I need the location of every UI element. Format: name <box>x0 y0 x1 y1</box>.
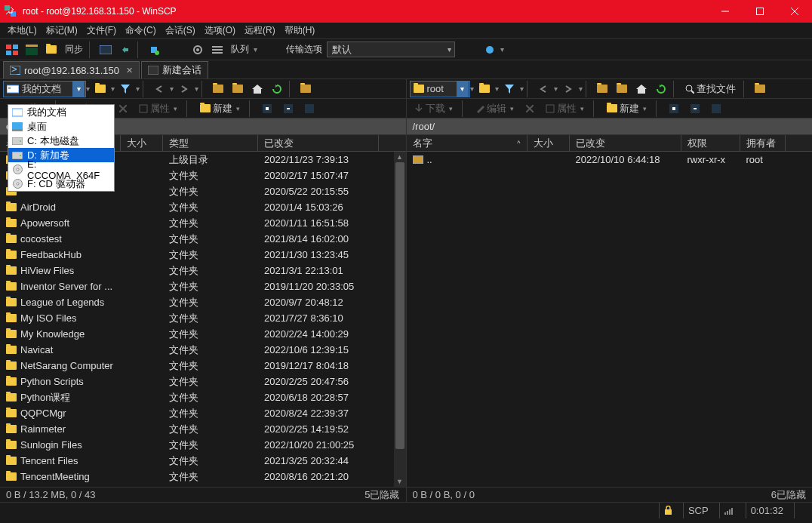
local-col-type[interactable]: 类型 <box>163 135 258 151</box>
dropdown-item[interactable]: 我的文档 <box>8 105 114 119</box>
local-col-size[interactable]: 大小 <box>121 135 163 151</box>
remote-path-bar[interactable]: /root/ <box>407 118 813 135</box>
local-invert-button[interactable] <box>300 100 318 117</box>
local-up-button[interactable] <box>209 81 227 97</box>
remote-dir-combo[interactable]: root ▾ <box>410 81 470 97</box>
file-row[interactable]: Navicat文件夹2022/10/6 12:39:15 <box>0 342 406 358</box>
file-row[interactable]: Python课程文件夹2020/6/18 20:28:57 <box>0 389 406 405</box>
local-open-button[interactable] <box>91 81 109 97</box>
remote-select-all-button[interactable] <box>665 100 683 117</box>
remote-find-button[interactable]: 查找文件 <box>681 81 740 97</box>
local-deselect-button[interactable] <box>279 100 297 117</box>
toolbar-button-7[interactable] <box>481 42 499 58</box>
local-delete-button[interactable] <box>115 100 131 117</box>
remote-home-button[interactable] <box>632 81 651 97</box>
status-lock-icon[interactable] <box>659 503 677 518</box>
file-row[interactable]: ..2022/10/10 6:44:18rwxr-xr-xroot <box>407 152 813 168</box>
remote-col-name[interactable]: 名字^ <box>407 135 527 151</box>
remote-col-date[interactable]: 已改变 <box>570 135 681 151</box>
local-back-button[interactable] <box>150 81 168 97</box>
toolbar-button-5[interactable] <box>116 42 134 58</box>
toolbar-button-3[interactable] <box>42 42 60 58</box>
file-row[interactable]: My ISO Files文件夹2021/7/27 8:36:10 <box>0 310 406 326</box>
sync-label[interactable]: 同步 <box>62 43 86 56</box>
local-new-button[interactable]: 新建▾ <box>195 100 245 117</box>
dropdown-item[interactable]: C: 本地磁盘 <box>8 134 114 148</box>
dropdown-item[interactable]: E: CCCOMA_X64F <box>8 162 114 177</box>
local-refresh-button[interactable] <box>268 81 286 97</box>
local-col-date[interactable]: 已改变 <box>258 135 379 151</box>
local-drive-combo[interactable]: 我的文档 ▾ <box>3 81 86 97</box>
explorer-button[interactable] <box>23 42 41 58</box>
remote-edit-button[interactable]: 编辑▾ <box>471 100 518 117</box>
remote-back-button[interactable] <box>534 81 552 97</box>
remote-root-button[interactable] <box>613 81 631 97</box>
file-row[interactable]: Sunlogin Files文件夹2022/10/20 21:00:25 <box>0 437 406 453</box>
file-row[interactable]: Inventor Server for ...文件夹2019/11/20 20:… <box>0 278 406 294</box>
remote-file-list[interactable]: ..2022/10/10 6:44:18rwxr-xr-xroot <box>407 152 813 487</box>
close-tab-icon[interactable]: ✕ <box>126 66 133 75</box>
remote-download-button[interactable]: 下载▾ <box>410 100 457 117</box>
file-row[interactable]: Tencent Files文件夹2021/3/25 20:32:44 <box>0 453 406 469</box>
remote-col-perm[interactable]: 权限 <box>681 135 740 151</box>
file-row[interactable]: FeedbackHub文件夹2021/1/30 13:23:45 <box>0 247 406 263</box>
session-tab[interactable]: >_ root@192.168.31.150 ✕ <box>3 61 140 78</box>
new-session-tab[interactable]: 新建会话 <box>141 61 208 78</box>
toolbar-button-4[interactable] <box>97 42 115 58</box>
remote-invert-button[interactable] <box>707 100 725 117</box>
menu-session[interactable]: 会话(S) <box>161 23 200 38</box>
local-status-hidden: 5已隐藏 <box>364 488 399 502</box>
file-row[interactable]: cocostest文件夹2021/8/14 16:02:00 <box>0 231 406 247</box>
remote-refresh-button[interactable] <box>652 81 670 97</box>
local-props-button[interactable]: 属性▾ <box>134 100 182 117</box>
remote-open-button[interactable] <box>475 81 494 97</box>
transfer-combo[interactable]: 默认 <box>327 42 455 57</box>
local-scrollbar[interactable]: ▲ ▼ <box>394 152 406 487</box>
menu-commands[interactable]: 命令(C) <box>121 23 161 38</box>
file-row[interactable]: Apowersoft文件夹2020/1/11 16:51:58 <box>0 215 406 231</box>
remote-filter-button[interactable] <box>500 81 518 97</box>
file-row[interactable]: QQPCMgr文件夹2020/8/24 22:39:37 <box>0 405 406 421</box>
local-scroll-thumb[interactable] <box>395 162 404 449</box>
toolbar-button-6[interactable] <box>145 42 163 58</box>
menu-help[interactable]: 帮助(H) <box>280 23 320 38</box>
maximize-button[interactable] <box>743 0 777 23</box>
remote-up-button[interactable] <box>593 81 611 97</box>
commander-button[interactable] <box>3 42 21 58</box>
menu-options[interactable]: 选项(O) <box>200 23 240 38</box>
queue-label[interactable]: 队列 <box>228 43 252 56</box>
settings-button[interactable] <box>189 42 207 58</box>
local-filter-button[interactable] <box>116 81 134 97</box>
file-row[interactable]: My Knowledge文件夹2020/2/24 14:00:29 <box>0 326 406 342</box>
local-bookmark-button[interactable] <box>297 81 315 97</box>
drive-dropdown[interactable]: 我的文档桌面C: 本地磁盘D: 新加卷E: CCCOMA_X64FF: CD 驱… <box>8 104 115 192</box>
file-row[interactable]: HiView Files文件夹2021/3/1 22:13:01 <box>0 263 406 278</box>
remote-new-button[interactable]: 新建▾ <box>602 100 651 117</box>
dropdown-item[interactable]: 桌面 <box>8 119 114 134</box>
file-row[interactable]: Python Scripts文件夹2020/2/25 20:47:56 <box>0 374 406 389</box>
menu-files[interactable]: 文件(F) <box>82 23 121 38</box>
menu-local[interactable]: 本地(L) <box>3 23 42 38</box>
file-row[interactable]: League of Legends文件夹2020/9/7 20:48:12 <box>0 294 406 310</box>
queue-button[interactable] <box>208 42 226 58</box>
remote-col-size[interactable]: 大小 <box>527 135 570 151</box>
local-file-list[interactable]: ..上级目录2022/11/23 7:39:13文件夹2020/2/17 15:… <box>0 152 406 487</box>
remote-bookmark-button[interactable] <box>751 81 769 97</box>
menu-remote[interactable]: 远程(R) <box>240 23 280 38</box>
local-forward-button[interactable] <box>175 81 193 97</box>
remote-deselect-button[interactable] <box>686 100 704 117</box>
local-home-button[interactable] <box>248 81 266 97</box>
local-select-all-button[interactable] <box>258 100 276 117</box>
minimize-button[interactable] <box>708 0 743 23</box>
file-row[interactable]: TencentMeeting文件夹2020/8/16 20:21:20 <box>0 469 406 485</box>
file-row[interactable]: AirDroid文件夹2020/1/4 15:03:26 <box>0 199 406 215</box>
file-row[interactable]: Rainmeter文件夹2020/2/25 14:19:52 <box>0 421 406 437</box>
close-button[interactable] <box>777 0 812 23</box>
local-root-button[interactable] <box>229 81 247 97</box>
remote-col-owner[interactable]: 拥有者 <box>740 135 786 151</box>
remote-forward-button[interactable] <box>559 81 577 97</box>
menu-mark[interactable]: 标记(M) <box>42 23 82 38</box>
remote-props-button[interactable]: 属性▾ <box>541 100 589 117</box>
remote-delete-button[interactable] <box>521 100 538 117</box>
file-row[interactable]: NetSarang Computer文件夹2019/12/17 8:04:18 <box>0 358 406 374</box>
